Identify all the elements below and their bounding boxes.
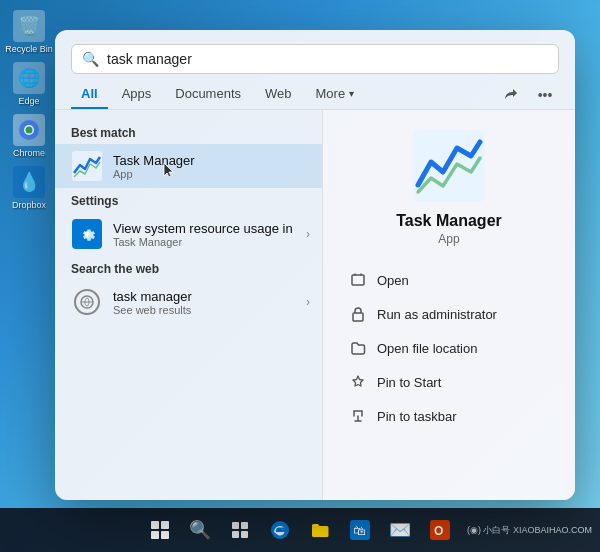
view-system-resource-item[interactable]: View system resource usage in Task Manag… [55, 212, 322, 256]
svg-rect-14 [232, 522, 239, 529]
chrome-label: Chrome [13, 148, 45, 158]
settings-icon [71, 218, 103, 250]
tab-documents[interactable]: Documents [165, 80, 251, 109]
web-search-icon [71, 286, 103, 318]
start-button[interactable] [142, 512, 178, 548]
search-bar-area: 🔍 [55, 30, 575, 74]
pin-start-icon [349, 373, 367, 391]
taskbar-watermark-text: (◉) 小白号 XIAOBAIHAO.COM [467, 524, 592, 537]
action-open[interactable]: Open [339, 264, 559, 296]
action-open-file-location[interactable]: Open file location [339, 332, 559, 364]
edge-label: Edge [18, 96, 39, 106]
svg-rect-16 [232, 531, 239, 538]
task-manager-text: Task Manager App [113, 153, 195, 180]
tab-apps[interactable]: Apps [112, 80, 162, 109]
edge-icon: 🌐 [13, 62, 45, 94]
open-icon [349, 271, 367, 289]
search-icon: 🔍 [82, 51, 99, 67]
recycle-bin-label: Recycle Bin [5, 44, 53, 54]
settings-label: Settings [55, 188, 322, 212]
action-pin-taskbar[interactable]: Pin to taskbar [339, 400, 559, 432]
web-search-item[interactable]: task manager See web results › [55, 280, 322, 324]
task-manager-subtitle: App [113, 168, 195, 180]
taskbar-right: (◉) 小白号 XIAOBAIHAO.COM [467, 524, 592, 537]
dropbox-label: Dropbox [12, 200, 46, 210]
web-arrow-icon: › [306, 295, 310, 309]
right-app-name: Task Manager [396, 212, 502, 230]
open-file-location-icon [349, 339, 367, 357]
dropbox-icon: 💧 [13, 166, 45, 198]
tab-bar: All Apps Documents Web More ▾ ••• [55, 74, 575, 110]
task-view-button[interactable] [222, 512, 258, 548]
action-open-label: Open [377, 273, 409, 288]
web-search-query: task manager [113, 289, 192, 304]
tab-all[interactable]: All [71, 80, 108, 109]
svg-rect-10 [151, 521, 159, 529]
task-manager-result[interactable]: Task Manager App [55, 144, 322, 188]
desktop-icons-area: 🗑️ Recycle Bin 🌐 Edge Chrome 💧 Dropbox [0, 0, 58, 552]
desktop-icon-chrome[interactable]: Chrome [3, 114, 55, 158]
run-admin-icon [349, 305, 367, 323]
action-run-admin-label: Run as administrator [377, 307, 497, 322]
svg-rect-9 [353, 313, 363, 321]
recycle-bin-icon: 🗑️ [13, 10, 45, 42]
desktop-icon-edge[interactable]: 🌐 Edge [3, 62, 55, 106]
view-system-title: View system resource usage in [113, 221, 293, 236]
search-panel: 🔍 All Apps Documents Web More ▾ [55, 30, 575, 500]
taskbar-search-button[interactable]: 🔍 [182, 512, 218, 548]
action-pin-start-label: Pin to Start [377, 375, 441, 390]
view-system-subtitle: Task Manager [113, 236, 293, 248]
tab-icons: ••• [497, 81, 559, 109]
left-panel: Best match Task Manager App [55, 110, 323, 500]
action-pin-start[interactable]: Pin to Start [339, 366, 559, 398]
tab-web[interactable]: Web [255, 80, 302, 109]
action-pin-taskbar-label: Pin to taskbar [377, 409, 457, 424]
desktop: 🗑️ Recycle Bin 🌐 Edge Chrome 💧 Dropbox 🔍 [0, 0, 600, 552]
tab-more[interactable]: More ▾ [306, 80, 365, 109]
svg-rect-12 [151, 531, 159, 539]
taskbar-edge-btn[interactable] [262, 512, 298, 548]
action-open-file-location-label: Open file location [377, 341, 477, 356]
right-panel: Task Manager App Open [323, 110, 575, 500]
right-actions: Open Run as administrator Op [339, 264, 559, 432]
best-match-label: Best match [55, 120, 322, 144]
right-app-icon [413, 130, 485, 202]
desktop-icon-recycle-bin[interactable]: 🗑️ Recycle Bin [3, 10, 55, 54]
taskbar-explorer-btn[interactable] [302, 512, 338, 548]
taskbar: 🔍 🛍 ✉️ O (◉) 小白号 XIAOBAIHAO.COM [0, 508, 600, 552]
view-system-resource-text: View system resource usage in Task Manag… [113, 221, 293, 248]
pin-taskbar-icon [349, 407, 367, 425]
svg-rect-11 [161, 521, 169, 529]
taskbar-mail-btn[interactable]: ✉️ [382, 512, 418, 548]
chevron-down-icon: ▾ [349, 88, 354, 99]
search-input-wrap[interactable]: 🔍 [71, 44, 559, 74]
svg-rect-8 [352, 275, 364, 285]
search-web-label: Search the web [55, 256, 322, 280]
task-manager-icon [71, 150, 103, 182]
taskbar-center: 🔍 🛍 ✉️ O [142, 512, 458, 548]
desktop-icon-dropbox[interactable]: 💧 Dropbox [3, 166, 55, 210]
svg-point-2 [26, 127, 33, 134]
svg-text:🛍: 🛍 [353, 523, 366, 538]
svg-point-18 [271, 521, 289, 539]
share-icon-btn[interactable] [497, 81, 525, 109]
arrow-icon: › [306, 227, 310, 241]
task-manager-title: Task Manager [113, 153, 195, 168]
right-app-type: App [438, 232, 459, 246]
chrome-icon [13, 114, 45, 146]
taskbar-office-btn[interactable]: O [422, 512, 458, 548]
svg-text:O: O [434, 524, 443, 538]
ellipsis-icon: ••• [538, 87, 553, 103]
web-search-text: task manager See web results [113, 289, 192, 316]
search-input[interactable] [107, 51, 548, 67]
svg-rect-13 [161, 531, 169, 539]
taskbar-store-btn[interactable]: 🛍 [342, 512, 378, 548]
svg-rect-17 [241, 531, 248, 538]
svg-rect-15 [241, 522, 248, 529]
main-content: Best match Task Manager App [55, 110, 575, 500]
more-options-btn[interactable]: ••• [531, 81, 559, 109]
web-search-subtitle: See web results [113, 304, 192, 316]
action-run-admin[interactable]: Run as administrator [339, 298, 559, 330]
